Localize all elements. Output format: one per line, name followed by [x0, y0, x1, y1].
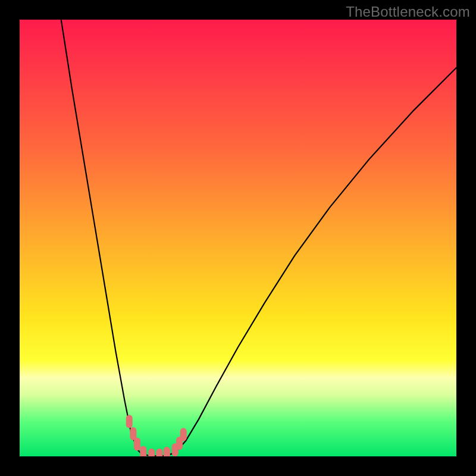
marker-point: [148, 449, 155, 456]
watermark-text: TheBottleneck.com: [346, 4, 470, 20]
marker-point: [180, 428, 187, 441]
plot-area: [20, 20, 456, 456]
marker-point: [156, 449, 162, 456]
outer-frame: TheBottleneck.com: [0, 0, 476, 476]
chart-svg: [20, 20, 456, 456]
marker-point: [134, 437, 140, 450]
marker-point: [140, 446, 146, 456]
marker-point: [164, 447, 170, 456]
gradient-background: [20, 20, 456, 456]
marker-point: [126, 415, 133, 428]
